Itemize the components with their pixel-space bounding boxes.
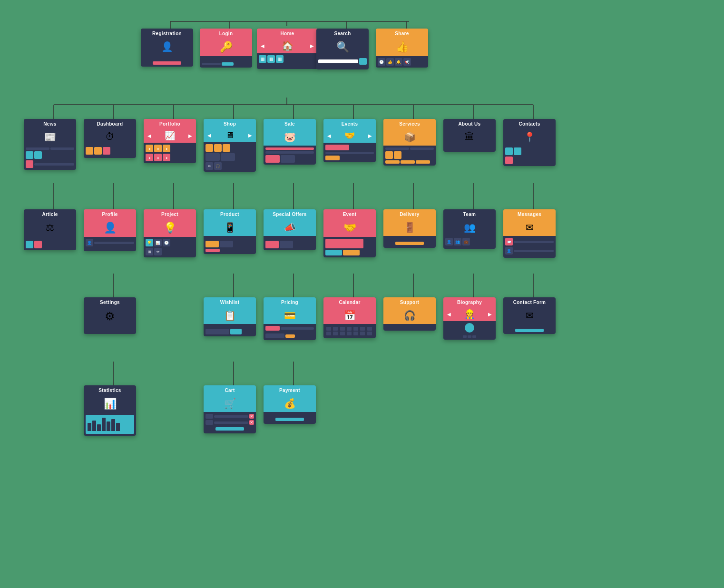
biography-label: Biography [443,297,496,307]
node-support[interactable]: Support 🎧 [383,297,436,331]
special-icon: 📣 [264,219,316,236]
dashboard-icon: ⏱ [84,128,136,145]
contacts-icon: 📍 [503,128,556,146]
portfolio-label: Portfolio [144,119,196,128]
node-payment[interactable]: Payment 💰 [264,385,316,424]
delivery-label: Delivery [383,209,436,219]
node-home[interactable]: Home ◀ 🏠 ▶ ▦▦▦ [257,29,318,69]
home-icon: ◀ 🏠 ▶ [257,38,318,53]
article-icon: ⚖ [24,219,76,236]
news-label: News [24,119,76,128]
news-icon: 📰 [24,128,76,146]
node-project[interactable]: Project 💡 💡 📊 🕐 ⊞ ✏ [144,209,196,257]
contacts-label: Contacts [503,119,556,128]
about-label: About Us [443,119,496,128]
home-label: Home [257,29,318,38]
node-search[interactable]: Search 🔍 [316,29,369,69]
node-share[interactable]: Share 👍 🕐 👍 🔔 📢 [376,29,428,68]
registration-icon: 👤 [141,38,193,55]
node-cart[interactable]: Cart 🛒 ✕ ✕ [204,385,256,433]
search-button[interactable] [359,58,367,65]
node-statistics[interactable]: Statistics 📊 [84,385,136,436]
support-label: Support [383,297,436,307]
node-calendar[interactable]: Calendar 📅 [323,297,376,338]
events-icon: ◀🤝▶ [323,128,376,143]
node-sale[interactable]: Sale 🐷 [264,119,316,165]
event-label: Event [323,209,376,219]
node-dashboard[interactable]: Dashboard ⏱ [84,119,136,158]
team-icon: 👥 [443,219,496,236]
profile-icon: 👤 [84,219,136,237]
shop-icon: ◀ 🖥 ▶ [204,128,256,142]
node-news[interactable]: News 📰 [24,119,76,170]
node-pricing[interactable]: Pricing 💳 [264,297,316,340]
share-label: Share [376,29,428,38]
calendar-icon: 📅 [323,307,376,324]
node-team[interactable]: Team 👥 👤 👥 💼 [443,209,496,249]
node-profile[interactable]: Profile 👤 👤 [84,209,136,251]
event-icon: 🤝 [323,219,376,237]
node-about[interactable]: About Us 🏛 [443,119,496,152]
events-label: Events [323,119,376,128]
node-portfolio[interactable]: Portfolio ◀ 📈 ▶ ● ● ● ● ● ● [144,119,196,163]
delivery-icon: 🚪 [383,219,436,236]
profile-label: Profile [84,209,136,219]
node-settings[interactable]: Settings ⚙ [84,297,136,334]
pricing-icon: 💳 [264,307,316,324]
product-label: Product [204,209,256,219]
calendar-label: Calendar [323,297,376,307]
node-delivery[interactable]: Delivery 🚪 [383,209,436,248]
node-shop[interactable]: Shop ◀ 🖥 ▶ ✏ 🎧 [204,119,256,172]
product-icon: 📱 [204,219,256,236]
node-registration[interactable]: Registration 👤 [141,29,193,67]
node-contacts[interactable]: Contacts 📍 [503,119,556,166]
search-icon: 🔍 [316,38,369,56]
node-services[interactable]: Services 📦 [383,119,436,166]
cart-label: Cart [204,385,256,395]
node-login[interactable]: Login 🔑 [200,29,252,68]
shop-label: Shop [204,119,256,128]
services-icon: 📦 [383,128,436,146]
node-event[interactable]: Event 🤝 [323,209,376,257]
services-label: Services [383,119,436,128]
portfolio-icon: ◀ 📈 ▶ [144,128,196,143]
settings-icon: ⚙ [84,307,136,326]
node-contactform[interactable]: Contact Form ✉ [503,297,556,334]
project-label: Project [144,209,196,219]
login-icon: 🔑 [200,38,252,56]
sale-icon: 🐷 [264,128,316,146]
diagram-container: Registration 👤 Login 🔑 Home ◀ 🏠 ▶ [0,0,724,588]
cart-icon: 🛒 [204,395,256,412]
payment-label: Payment [264,385,316,395]
search-label: Search [316,29,369,38]
about-icon: 🏛 [443,128,496,145]
support-icon: 🎧 [383,307,436,324]
node-product[interactable]: Product 📱 [204,209,256,254]
statistics-label: Statistics [84,385,136,395]
statistics-icon: 📊 [84,395,136,413]
node-messages[interactable]: Messages ✉ 📨 👤 [503,209,556,258]
node-events[interactable]: Events ◀🤝▶ [323,119,376,162]
team-label: Team [443,209,496,219]
dashboard-label: Dashboard [84,119,136,128]
node-special[interactable]: Special Offers 📣 [264,209,316,250]
node-article[interactable]: Article ⚖ [24,209,76,250]
wishlist-icon: 📋 [204,307,256,324]
node-wishlist[interactable]: Wishlist 📋 [204,297,256,336]
article-label: Article [24,209,76,219]
settings-label: Settings [84,297,136,307]
registration-label: Registration [141,29,193,38]
login-label: Login [200,29,252,38]
pricing-label: Pricing [264,297,316,307]
special-label: Special Offers [264,209,316,219]
project-icon: 💡 [144,219,196,237]
contactform-icon: ✉ [503,307,556,324]
wishlist-label: Wishlist [204,297,256,307]
sale-label: Sale [264,119,316,128]
payment-icon: 💰 [264,395,316,412]
node-biography[interactable]: Biography ◀👷▶ [443,297,496,340]
biography-icon: ◀👷▶ [443,307,496,321]
connector-lines [0,0,724,588]
messages-icon: ✉ [503,219,556,236]
share-icon: 👍 [376,38,428,56]
